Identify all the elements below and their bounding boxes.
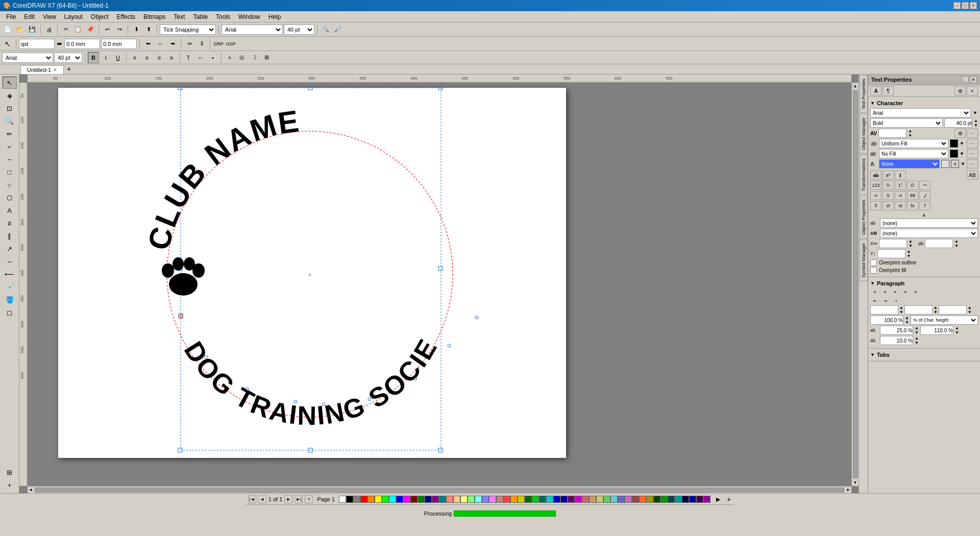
prev-page-btn[interactable]: ◄	[258, 495, 266, 503]
dimension-tool[interactable]: ↔	[3, 255, 17, 267]
underline-button[interactable]: U	[112, 52, 124, 63]
select-tool-tb[interactable]: ↖	[2, 38, 13, 50]
char-settings-btn[interactable]: ⚙	[954, 129, 966, 138]
palette-color-purple[interactable]	[432, 496, 439, 503]
tab-object-properties[interactable]: Object Properties	[860, 196, 868, 239]
palette-color-vermilion[interactable]	[639, 496, 646, 503]
palette-color-khaki[interactable]	[596, 496, 603, 503]
panel-minimize-button[interactable]: _	[962, 76, 969, 83]
ct-ligature-btn[interactable]: ct	[883, 201, 894, 210]
palette-color-slate[interactable]	[610, 496, 618, 503]
palette-color-navy[interactable]	[425, 496, 432, 503]
table-tool[interactable]: #	[3, 217, 17, 229]
palette-color-forest[interactable]	[525, 496, 532, 503]
palette-color-periwinkle[interactable]	[618, 496, 625, 503]
palette-color-darkviolet[interactable]	[696, 496, 703, 503]
fill-color-box[interactable]	[950, 139, 958, 148]
ls-spinner[interactable]: ▲▼	[905, 315, 909, 325]
new-button[interactable]: 📄	[2, 24, 13, 35]
close-button[interactable]: ×	[970, 2, 977, 9]
window-controls[interactable]: − □ ×	[953, 2, 977, 9]
obj-width-input[interactable]	[19, 39, 55, 49]
x-spinner[interactable]: ▲ ▼	[909, 239, 913, 248]
palette-color-orchid[interactable]	[625, 496, 632, 503]
add-page-nav-btn[interactable]: +	[305, 495, 313, 503]
bp-down[interactable]: ▼	[915, 330, 919, 335]
v-scroll-thumb[interactable]	[853, 90, 858, 478]
undo-button[interactable]: ↩	[102, 24, 113, 35]
fi-down[interactable]: ▼	[968, 310, 972, 314]
palette-color-sage[interactable]	[603, 496, 610, 503]
palette-color-lightcyan[interactable]	[475, 496, 482, 503]
bg-more-btn[interactable]: ⋯	[967, 159, 978, 168]
char-actions[interactable]: ⚙ ⋯	[954, 129, 978, 138]
para-indent-l-input[interactable]	[870, 305, 898, 314]
paragraph-section-header[interactable]: ▼ Paragraph	[870, 279, 978, 287]
minimize-button[interactable]: −	[953, 2, 961, 9]
paste-button[interactable]: 📌	[85, 24, 96, 35]
char-more-btn[interactable]: ⋯	[967, 129, 978, 138]
menu-bitmaps[interactable]: Bitmaps	[139, 12, 169, 21]
connector-tool[interactable]: ↗	[3, 242, 17, 255]
palette-color-darkcyan[interactable]	[668, 496, 675, 503]
align-left-text[interactable]: ≡	[129, 52, 140, 63]
palette-color-darkforest[interactable]	[653, 496, 660, 503]
cs-up[interactable]: ▲	[955, 326, 959, 330]
palette-color-brick[interactable]	[632, 496, 639, 503]
line-spacing-unit-select[interactable]: % of Char. height	[911, 315, 978, 325]
palette-color-cyan[interactable]	[389, 496, 396, 503]
bg-color-btn[interactable]	[941, 160, 949, 168]
cut-button[interactable]: ✂	[60, 24, 71, 35]
polygon-tool[interactable]: ⬡	[3, 191, 17, 204]
cs-down[interactable]: ▼	[955, 330, 959, 335]
fractions-btn[interactable]: ½	[883, 181, 894, 190]
artistic-media-tool[interactable]: ~	[3, 153, 17, 165]
opentype-btn[interactable]: ℹ	[895, 170, 906, 180]
kern-down[interactable]: ▼	[908, 133, 912, 138]
palette-color-lightblue[interactable]	[482, 496, 489, 503]
st-ligature-btn[interactable]: st	[895, 201, 906, 210]
ir-spinner[interactable]: ▲▼	[934, 305, 938, 314]
palette-color-coral[interactable]	[503, 496, 510, 503]
before-para-input[interactable]	[880, 326, 913, 335]
cs-spinner[interactable]: ▲▼	[955, 326, 959, 335]
palette-color-medgreen[interactable]	[660, 496, 668, 503]
char-font-dropdown[interactable]: ▼	[972, 110, 978, 116]
palette-color-gold[interactable]	[510, 496, 518, 503]
palette-color-darkkhaki[interactable]	[646, 496, 653, 503]
f-swash-btn[interactable]: f	[919, 201, 930, 210]
text-size-select[interactable]: 40 pt	[54, 53, 82, 63]
expand-arrow[interactable]: ▲	[870, 211, 978, 217]
size-down-arrow[interactable]: ▼	[974, 123, 978, 128]
scroll-left-button[interactable]: ◄	[28, 486, 34, 493]
document-tab[interactable]: Untitled-1 ✕	[20, 65, 64, 74]
palette-color-yellow[interactable]	[375, 496, 382, 503]
superscript-btn[interactable]: x²	[883, 170, 894, 180]
fill-type-select[interactable]: Uniform Fill	[879, 139, 948, 148]
y-offset-input[interactable]	[877, 249, 905, 258]
palette-color-tan[interactable]	[589, 496, 596, 503]
ellipse-tool[interactable]: ○	[3, 179, 17, 191]
allcaps-icon[interactable]: AB	[967, 170, 978, 180]
menu-window[interactable]: Window	[234, 12, 264, 21]
align-left-button[interactable]: ⬅	[142, 38, 154, 50]
ordinals-btn[interactable]: 1°	[895, 181, 906, 190]
obj-x-input[interactable]	[64, 39, 100, 49]
shape-tool[interactable]: ◈	[3, 89, 17, 102]
para-align-left-btn[interactable]: ≡	[870, 288, 879, 296]
ab-input[interactable]	[925, 239, 953, 248]
nullset-btn[interactable]: ∅	[907, 181, 918, 190]
ap-spinner[interactable]: ▲▼	[915, 336, 919, 345]
v-scrollbar[interactable]: ▲ ▼	[851, 83, 859, 486]
y-down[interactable]: ▼	[907, 254, 911, 258]
canvas-container[interactable]: 50 100 150 200 250 300 350 400 450 500 5…	[19, 75, 859, 493]
font-name-select[interactable]: Arial	[222, 25, 283, 35]
menu-tools[interactable]: Tools	[212, 12, 234, 21]
palette-add-btn[interactable]: +	[726, 495, 732, 503]
canvas-area[interactable]: × CLUB NAME DOG TRAINING SOCIETY	[28, 83, 851, 486]
menu-effects[interactable]: Effects	[113, 12, 139, 21]
drop-cap-button[interactable]: A	[224, 52, 235, 63]
x-up[interactable]: ▲	[909, 239, 913, 243]
il-down[interactable]: ▼	[899, 310, 903, 314]
align-center-button[interactable]: ↔	[155, 38, 166, 50]
